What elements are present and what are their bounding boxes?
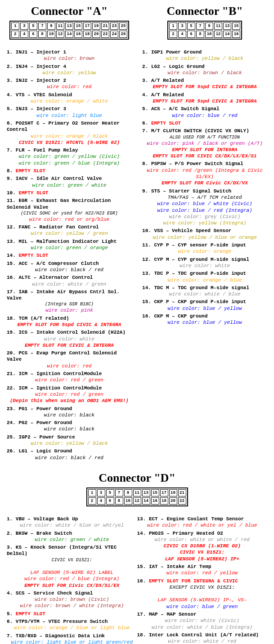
pin-number: 6. PO2SHT C – Primary O2 Sensor Heater C… bbox=[7, 121, 120, 132]
pin-cell: 13 bbox=[223, 22, 231, 30]
pin-cell: 2 bbox=[11, 31, 19, 38]
wire-color: wire color: yellow bbox=[7, 70, 132, 76]
list-item: 2. BKSW – Brake Switchwire color: green … bbox=[7, 530, 137, 543]
wire-color: wire color: brown / black bbox=[142, 70, 267, 76]
empty-slot-label: EMPTY SLOT bbox=[18, 253, 48, 258]
extra-note: EMPTY SLOT FOR 5spd CIVIC & INTEGRA bbox=[7, 322, 132, 328]
pin-number: 16. ALTC – Alternator Control bbox=[7, 275, 93, 280]
pin-number: 4. SCS – Service Check Signal bbox=[7, 590, 93, 596]
wire-color: wire color: black / red bbox=[7, 267, 132, 273]
pin-number: 12. FANC – Radiator Fan Control bbox=[7, 224, 99, 230]
pin-cell: 5 bbox=[187, 22, 195, 30]
pin-cell: 10 bbox=[47, 31, 55, 38]
list-item: 15. IAT – Intake Air Tempwire color: red… bbox=[137, 564, 268, 577]
pin-number: 5. bbox=[7, 611, 16, 617]
list-item: 20. PCS – Evap Purge Control Solenoid Va… bbox=[7, 350, 132, 369]
connector-a-pin-grid-wrapper: 135791113151719212325 246810121416182022… bbox=[7, 21, 132, 45]
pin-cell: 16 bbox=[232, 31, 240, 38]
pin-number: 17. IAB – Intake Air Bypass Cntrl Sol. V… bbox=[7, 289, 120, 301]
pin-number: 2. INJ4 – Injector 4 bbox=[7, 64, 66, 69]
pin-number: 24. PG2 – Power Ground bbox=[7, 420, 72, 425]
sub-note: LAF SENSOR (5-WIRE02) IP–, VS– bbox=[137, 597, 268, 603]
pin-number: 13. ECT – Engine Coolant Temp Sensor bbox=[137, 516, 244, 522]
wire-color: wire color: red bbox=[7, 84, 132, 90]
list-item: 16. CKP M – CKP groundwire color: blue /… bbox=[142, 313, 267, 326]
list-item: 26. LG1 – Logic Groundwire color: black … bbox=[7, 448, 132, 461]
list-item: 16. EMPTY SLOT FOR INTEGRA & CIVICEXCEPT… bbox=[137, 578, 268, 610]
pin-cell: 20 bbox=[169, 497, 177, 505]
empty-slot-label: EMPTY SLOT bbox=[16, 611, 45, 617]
pin-cell: 14 bbox=[65, 31, 73, 38]
pin-number: 14. TDC M – TDC ground M-side signal bbox=[142, 285, 249, 291]
connector-d-columns: 1. VBU – Voltage Back Upwire color: whit… bbox=[7, 516, 267, 644]
pin-number: 16. bbox=[137, 578, 149, 584]
list-item: 5. INJ3 – Injector 3wire color: light bl… bbox=[7, 106, 132, 119]
extra-note: CIVIC CX D15B8 (1-WIRE O2) bbox=[137, 543, 268, 549]
pin-number: 15. IAT – Intake Air Temp bbox=[137, 564, 211, 569]
wire-color: wire color: white / blue bbox=[142, 291, 267, 297]
list-item: 23. PG1 – Power Groundwire color: black bbox=[7, 406, 132, 419]
pin-number: 7. TXD/RXD – Diagnostic Data Link bbox=[7, 633, 105, 639]
pin-number: 20. PCS – Evap Purge Control Solenoid Va… bbox=[7, 350, 117, 362]
wire-color: wire color: black bbox=[7, 412, 132, 418]
connector-b-pin-grid: 13579111315 246810121416 bbox=[167, 21, 242, 40]
list-item: 6. EMPTY SLOT bbox=[142, 120, 267, 126]
pin-cell: 17 bbox=[160, 489, 168, 496]
wire-color: wire color: black bbox=[7, 426, 132, 432]
pin-cell: 11 bbox=[214, 22, 222, 30]
list-item: 13. TDC P – TDC ground P-side inputwire … bbox=[142, 270, 267, 283]
pin-number: 3. INJ2 – Injector 2 bbox=[7, 78, 66, 83]
wire-color: wire color: white bbox=[142, 263, 267, 269]
connector-a-list: 1. INJ1 – Injector 1wire color: brown2. … bbox=[7, 49, 132, 461]
pin-number: 25. IGP2 – Power Source bbox=[7, 434, 75, 440]
wire-color: wire color: yellow / blue or orange bbox=[142, 234, 267, 241]
pin-number: 1. IGP1 Power Ground bbox=[142, 49, 202, 55]
pin-cell: 12 bbox=[56, 31, 64, 38]
pin-number: 17. MAP – MAP Sensor bbox=[137, 612, 197, 617]
extra-note: EMPTY SLOT FOR 5spd CIVIC & INTEGRA bbox=[142, 84, 267, 90]
pin-number: 1. INJ1 – Injector 1 bbox=[7, 49, 66, 55]
pin-cell: 6 bbox=[29, 31, 37, 38]
wire-color: wire color: blue / green bbox=[137, 604, 268, 610]
pin-cell: 9 bbox=[205, 22, 213, 30]
list-item: 13. MIL – Malfunction Indicator Lightwir… bbox=[7, 238, 132, 251]
pin-number: 14. bbox=[7, 253, 18, 258]
pin-cell: 3 bbox=[97, 489, 105, 496]
list-item: 17. IAB – Intake Air Bypass Cntrl Sol. V… bbox=[7, 289, 132, 314]
item-sub2: TMA/FAS – A/T TCM related bbox=[142, 194, 267, 201]
pin-cell: 24 bbox=[110, 31, 118, 38]
wire-color: wire color: yellow (Integra) bbox=[142, 220, 267, 226]
extra-note: CIVIC VX D15Z1: HTCNTL (5-WIRE 02) bbox=[7, 139, 132, 146]
pin-cell: 3 bbox=[178, 22, 186, 30]
pin-cell: 15 bbox=[232, 22, 240, 30]
pin-cell: 7 bbox=[196, 22, 204, 30]
wire-color: wire color: grey (Civic) bbox=[142, 214, 267, 220]
wire-color: wire color: red / green bbox=[7, 377, 132, 383]
pin-number: 4. VTS – VTEC Solenoid bbox=[7, 92, 72, 98]
pin-cell: 5 bbox=[29, 22, 37, 30]
list-item: 7. TXD/RXD – Diagnostic Data Linkwire co… bbox=[7, 633, 137, 644]
pin-cell: 15 bbox=[151, 489, 159, 496]
list-item: 19. ICS – Intake Control Solenoid (H22A)… bbox=[7, 329, 132, 349]
pin-number: 2. BKSW – Brake Switch bbox=[7, 531, 72, 536]
wire-color: wire color: green / yellow (Civic) bbox=[7, 153, 132, 160]
pin-number: 10. bbox=[7, 190, 18, 196]
wire-color: wire color: red /green (Integra & Civic … bbox=[142, 167, 267, 180]
pin-cell: 9 bbox=[124, 489, 132, 496]
wire-color: wire color: black / red bbox=[7, 455, 132, 461]
pin-number: 18. TCM (A/T related) bbox=[7, 316, 69, 321]
wire-color: wire color: orange / blue or light blue bbox=[7, 625, 137, 631]
list-item: 10. VSS – Vehicle Speed Sensorwire color… bbox=[142, 228, 267, 241]
list-item: 14. EMPTY SLOT bbox=[7, 252, 132, 259]
list-item: 4. VTS – VTEC Solenoidwire color: orange… bbox=[7, 92, 132, 105]
pin-number: 15. CKP P – CKP ground P-side input bbox=[142, 299, 246, 304]
pin-cell: 2 bbox=[88, 497, 96, 505]
extra-note: EMPTY SLOT FOR INTEGRA bbox=[142, 147, 267, 153]
pin-cell: 1 bbox=[88, 489, 96, 496]
wire-color: wire color: green / white bbox=[7, 182, 132, 188]
pin-number: 6. VTPS/VTM – VTEC Pressure Switch bbox=[7, 619, 108, 624]
list-item: 11. CYP P – CYP sensor P-side inputwire … bbox=[142, 242, 267, 255]
pin-cell: 1 bbox=[169, 22, 177, 30]
list-item: 22. ICM – Ignition ControlModulewire col… bbox=[7, 385, 132, 404]
wire-color: wire color: red / blue (Integra) bbox=[7, 576, 137, 582]
